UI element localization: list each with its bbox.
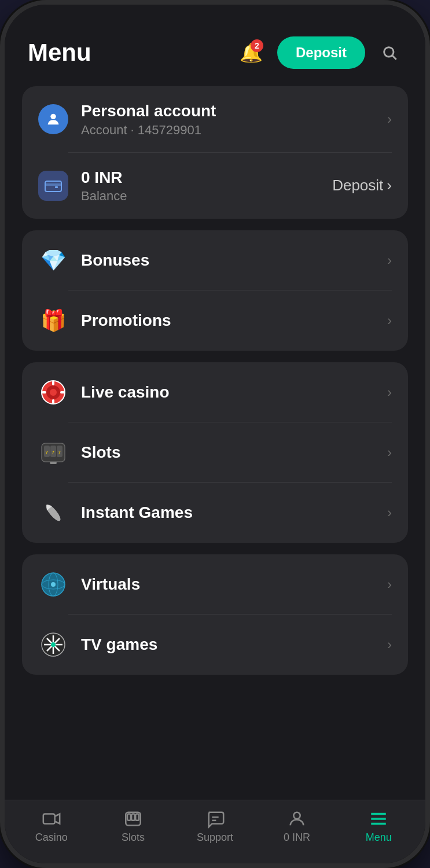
games-section: Live casino › 7 7 7 <box>22 362 408 543</box>
nav-support[interactable]: Support <box>174 809 256 844</box>
instant-games-chevron-icon: › <box>387 505 392 521</box>
live-casino-chevron-icon: › <box>387 384 392 400</box>
svg-rect-33 <box>43 814 55 823</box>
svg-point-40 <box>293 812 300 818</box>
balance-nav-icon <box>287 809 307 829</box>
svg-text:7: 7 <box>58 450 61 455</box>
nav-casino[interactable]: Casino <box>10 809 92 844</box>
svg-rect-3 <box>45 181 61 192</box>
wallet-icon <box>38 171 68 201</box>
svg-point-26 <box>51 582 56 587</box>
casino-nav-icon <box>42 809 61 829</box>
balance-deposit-link[interactable]: Deposit › <box>332 176 392 194</box>
instant-games-icon <box>38 498 68 528</box>
phone-inner: Menu 🔔 2 Deposit <box>5 5 425 863</box>
virtuals-label: Virtuals <box>81 575 381 594</box>
virtuals-chevron-icon: › <box>387 576 392 593</box>
live-casino-item[interactable]: Live casino › <box>22 362 408 422</box>
support-nav-icon <box>205 809 225 829</box>
page-title: Menu <box>28 39 91 67</box>
promotions-label: Promotions <box>81 311 381 330</box>
nav-slots[interactable]: Slots <box>92 809 174 844</box>
svg-point-12 <box>50 389 57 396</box>
bonuses-icon: 💎 <box>38 245 68 275</box>
bonuses-item[interactable]: 💎 Bonuses › <box>22 230 408 290</box>
balance-row: 0 INR Balance Deposit › <box>81 168 392 204</box>
nav-menu[interactable]: Menu <box>338 809 420 844</box>
search-icon <box>381 45 398 61</box>
personal-account-item[interactable]: Personal account Account · 145729901 › <box>22 86 408 153</box>
svg-text:7: 7 <box>52 450 54 455</box>
slots-icon: 7 7 7 <box>38 437 68 468</box>
notification-badge: 2 <box>251 39 263 52</box>
promotions-chevron-icon: › <box>387 312 392 329</box>
svg-rect-35 <box>127 814 131 820</box>
promotions-item[interactable]: 🎁 Promotions › <box>22 290 408 351</box>
svg-point-2 <box>50 114 56 119</box>
deposit-button[interactable]: Deposit <box>277 36 365 69</box>
tv-games-icon <box>38 630 68 660</box>
svg-rect-11 <box>60 391 65 393</box>
slots-nav-label: Slots <box>122 832 145 844</box>
balance-amount: 0 INR <box>81 168 127 187</box>
support-nav-label: Support <box>197 832 233 844</box>
search-button[interactable] <box>377 40 402 65</box>
phone-frame: Menu 🔔 2 Deposit <box>0 0 430 868</box>
balance-nav-label: 0 INR <box>284 832 310 844</box>
tv-games-chevron-icon: › <box>387 637 392 653</box>
chevron-right-icon: › <box>387 111 392 127</box>
promotions-icon: 🎁 <box>38 306 68 336</box>
svg-point-0 <box>384 47 394 57</box>
balance-left: 0 INR Balance <box>81 168 127 204</box>
menu-nav-label: Menu <box>366 832 392 844</box>
svg-rect-10 <box>42 391 46 393</box>
svg-rect-4 <box>45 183 61 186</box>
bottom-nav: Casino Slots Support <box>5 800 425 863</box>
virtuals-icon <box>38 569 68 599</box>
live-casino-icon <box>38 377 68 407</box>
instant-games-label: Instant Games <box>81 503 381 523</box>
account-number: Account · 145729901 <box>81 123 381 138</box>
svg-line-1 <box>392 56 396 59</box>
bonuses-section: 💎 Bonuses › 🎁 Promotions › <box>22 230 408 351</box>
account-avatar-icon <box>38 104 68 134</box>
slots-nav-icon <box>123 809 143 829</box>
bonuses-chevron-icon: › <box>387 252 392 269</box>
bonuses-label: Bonuses <box>81 251 381 270</box>
other-section: Virtuals › <box>22 554 408 675</box>
svg-rect-8 <box>52 381 54 385</box>
account-info: Personal account Account · 145729901 <box>81 101 381 138</box>
virtuals-item[interactable]: Virtuals › <box>22 554 408 615</box>
balance-label: Balance <box>81 189 127 204</box>
live-casino-label: Live casino <box>81 382 381 402</box>
header-actions: 🔔 2 Deposit <box>237 36 402 69</box>
menu-nav-icon <box>369 809 388 829</box>
svg-rect-36 <box>131 814 135 820</box>
svg-text:7: 7 <box>45 450 48 455</box>
balance-info: 0 INR Balance Deposit › <box>81 168 392 204</box>
personal-account-title: Personal account <box>81 101 381 121</box>
slots-chevron-icon: › <box>387 444 392 461</box>
svg-rect-9 <box>52 399 54 404</box>
tv-games-item[interactable]: TV games › <box>22 615 408 675</box>
instant-games-item[interactable]: Instant Games › <box>22 483 408 543</box>
slots-label: Slots <box>81 443 381 462</box>
balance-item[interactable]: 0 INR Balance Deposit › <box>22 153 408 219</box>
svg-rect-20 <box>50 462 57 464</box>
nav-balance[interactable]: 0 INR <box>256 809 337 844</box>
notification-button[interactable]: 🔔 2 <box>237 38 266 67</box>
slots-item[interactable]: 7 7 7 Slots › <box>22 422 408 483</box>
svg-point-32 <box>51 642 56 647</box>
svg-rect-37 <box>135 814 139 820</box>
casino-nav-label: Casino <box>35 832 68 844</box>
menu-content: Personal account Account · 145729901 › <box>5 80 425 863</box>
svg-rect-5 <box>55 186 58 188</box>
account-section: Personal account Account · 145729901 › <box>22 86 408 219</box>
tv-games-label: TV games <box>81 635 381 654</box>
header: Menu 🔔 2 Deposit <box>5 5 425 80</box>
deposit-chevron-icon: › <box>387 176 392 194</box>
